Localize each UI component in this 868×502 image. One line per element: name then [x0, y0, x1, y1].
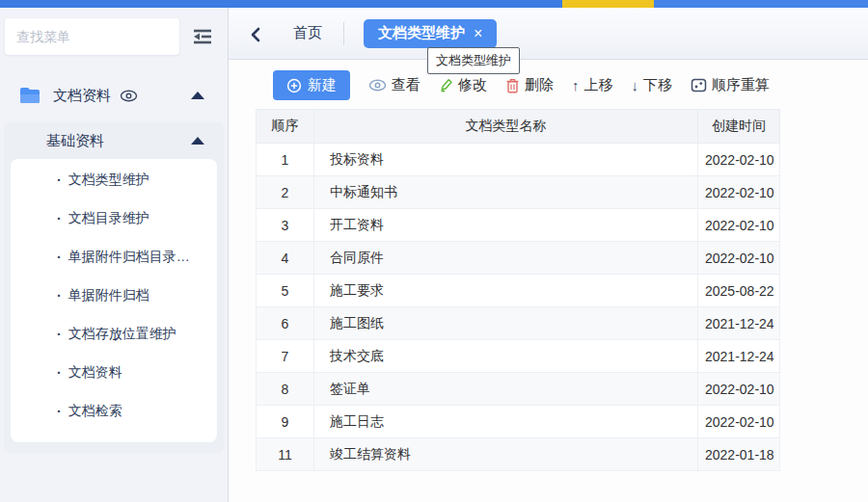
arrow-up-icon: ↑ [572, 77, 580, 93]
recalc-order-button[interactable]: 顺序重算 [691, 76, 770, 94]
cell-name[interactable]: 施工图纸 [314, 307, 698, 340]
tab-tooltip: 文档类型维护 [427, 47, 520, 74]
cell-order[interactable]: 11 [257, 438, 314, 471]
collapse-caret-icon[interactable] [191, 92, 204, 99]
cell-order[interactable]: 8 [257, 373, 314, 406]
view-button[interactable]: 查看 [368, 76, 420, 94]
sidebar-item-label: 文档检索 [68, 403, 122, 420]
bullet-icon: · [57, 365, 62, 381]
sidebar-root-label: 文档资料 [53, 87, 111, 105]
table-row[interactable]: 4合同原件2022-02-10 [257, 242, 780, 275]
cell-name[interactable]: 开工资料 [314, 209, 698, 242]
new-button-label: 新建 [308, 76, 337, 94]
cell-name[interactable]: 施工日志 [314, 406, 698, 438]
table-row[interactable]: 2中标通知书2022-02-10 [257, 176, 780, 209]
sidebar-group-panel: 基础资料 ·文档类型维护·文档目录维护·单据附件归档目录…·单据附件归档·文档存… [4, 122, 224, 453]
circle-plus-icon [286, 78, 302, 93]
bullet-icon: · [57, 172, 62, 188]
content-panel: 新建 查看 [229, 60, 868, 502]
sidebar-item[interactable]: ·文档存放位置维护 [11, 315, 217, 354]
back-chevron-icon[interactable] [249, 26, 262, 43]
cell-date[interactable]: 2022-02-10 [698, 406, 780, 438]
sidebar-item[interactable]: ·文档目录维护 [11, 199, 217, 238]
table-header-row: 顺序 文档类型名称 创建时间 [257, 110, 780, 144]
cell-date[interactable]: 2021-12-24 [698, 307, 780, 340]
cell-order[interactable]: 3 [257, 209, 314, 242]
cell-name[interactable]: 合同原件 [314, 242, 698, 275]
table-row[interactable]: 3开工资料2022-02-10 [257, 209, 780, 242]
table-row[interactable]: 8签证单2022-02-10 [257, 373, 780, 406]
cell-order[interactable]: 5 [257, 275, 314, 307]
bullet-icon: · [57, 327, 62, 342]
sidebar-item-label: 文档类型维护 [68, 172, 149, 189]
cell-order[interactable]: 4 [257, 242, 314, 275]
table-row[interactable]: 1投标资料2022-02-10 [257, 144, 780, 176]
move-down-button[interactable]: ↓ 下移 [632, 76, 673, 94]
tab-label: 文档类型维护 [378, 24, 465, 42]
sidebar-item-label: 文档目录维护 [68, 210, 149, 227]
cell-date[interactable]: 2025-08-22 [698, 275, 780, 307]
recalc-icon [691, 78, 707, 92]
top-progress-indicator [562, 0, 654, 8]
cell-name[interactable]: 技术交底 [314, 340, 698, 373]
cell-name[interactable]: 签证单 [314, 373, 698, 406]
bullet-icon: · [57, 288, 62, 304]
sidebar-search-row [0, 8, 228, 65]
cell-date[interactable]: 2022-02-10 [698, 373, 780, 406]
cell-date[interactable]: 2022-02-10 [698, 144, 780, 176]
table-row[interactable]: 9施工日志2022-02-10 [257, 406, 780, 438]
cell-date[interactable]: 2021-12-24 [698, 340, 780, 373]
close-icon[interactable]: × [474, 26, 482, 41]
sidebar-item[interactable]: ·单据附件归档目录… [11, 238, 217, 277]
tab-home[interactable]: 首页 [293, 24, 322, 42]
main-area: 首页 文档类型维护 × 文档类型维护 [229, 8, 868, 502]
move-down-label: 下移 [643, 76, 672, 94]
sidebar-item-label: 文档资料 [68, 364, 122, 382]
cell-date[interactable]: 2022-02-10 [698, 209, 780, 242]
tab-divider [343, 22, 344, 45]
sidebar-item[interactable]: ·文档检索 [11, 392, 217, 431]
folder-icon [19, 87, 41, 104]
cell-order[interactable]: 6 [257, 307, 314, 340]
table-row[interactable]: 6施工图纸2021-12-24 [257, 307, 780, 340]
arrow-down-icon: ↓ [632, 77, 639, 93]
new-button[interactable]: 新建 [273, 70, 350, 100]
cell-date[interactable]: 2022-02-10 [698, 242, 780, 275]
sidebar-item[interactable]: ·单据附件归档 [11, 277, 217, 315]
cell-date[interactable]: 2022-02-10 [698, 176, 780, 209]
sidebar-group-basic[interactable]: 基础资料 [4, 122, 224, 159]
table-row[interactable]: 5施工要求2025-08-22 [257, 275, 780, 307]
cell-name[interactable]: 施工要求 [314, 275, 698, 307]
search-input[interactable] [5, 18, 179, 55]
cell-order[interactable]: 9 [257, 406, 314, 438]
table-row[interactable]: 7技术交底2021-12-24 [257, 340, 780, 373]
cell-order[interactable]: 1 [257, 144, 314, 176]
trash-icon [505, 78, 520, 93]
toolbar: 新建 查看 [273, 70, 868, 100]
eye-icon[interactable] [120, 90, 138, 102]
tab-bar: 首页 文档类型维护 × 文档类型维护 [229, 8, 868, 60]
cell-name[interactable]: 中标通知书 [314, 176, 698, 209]
bullet-icon: · [57, 211, 62, 226]
tab-doc-type-active[interactable]: 文档类型维护 × [364, 19, 497, 48]
column-header-name: 文档类型名称 [314, 110, 698, 144]
move-up-button[interactable]: ↑ 上移 [572, 76, 613, 94]
menu-fold-icon[interactable] [191, 27, 214, 46]
sidebar-item[interactable]: ·文档资料 [11, 354, 217, 392]
cell-name[interactable]: 竣工结算资料 [314, 438, 698, 471]
cell-order[interactable]: 7 [257, 340, 314, 373]
delete-button[interactable]: 删除 [505, 76, 554, 94]
sidebar-item-label: 单据附件归档目录… [68, 249, 190, 266]
top-progress-bar [0, 0, 868, 8]
app-window: 文档资料 基础资料 ·文档类型维护·文档目录维护·单据附件归档目录…·单据附件归… [0, 0, 868, 502]
collapse-caret-icon[interactable] [191, 137, 204, 145]
sidebar-item[interactable]: ·文档类型维护 [11, 161, 217, 199]
column-header-order: 顺序 [257, 110, 314, 144]
sidebar-item-docs-root[interactable]: 文档资料 [0, 76, 228, 115]
cell-name[interactable]: 投标资料 [314, 144, 698, 176]
sidebar: 文档资料 基础资料 ·文档类型维护·文档目录维护·单据附件归档目录…·单据附件归… [0, 8, 229, 502]
cell-date[interactable]: 2022-01-18 [698, 438, 780, 471]
table-row[interactable]: 11竣工结算资料2022-01-18 [257, 438, 780, 471]
cell-order[interactable]: 2 [257, 176, 314, 209]
edit-button[interactable]: 修改 [439, 76, 487, 94]
